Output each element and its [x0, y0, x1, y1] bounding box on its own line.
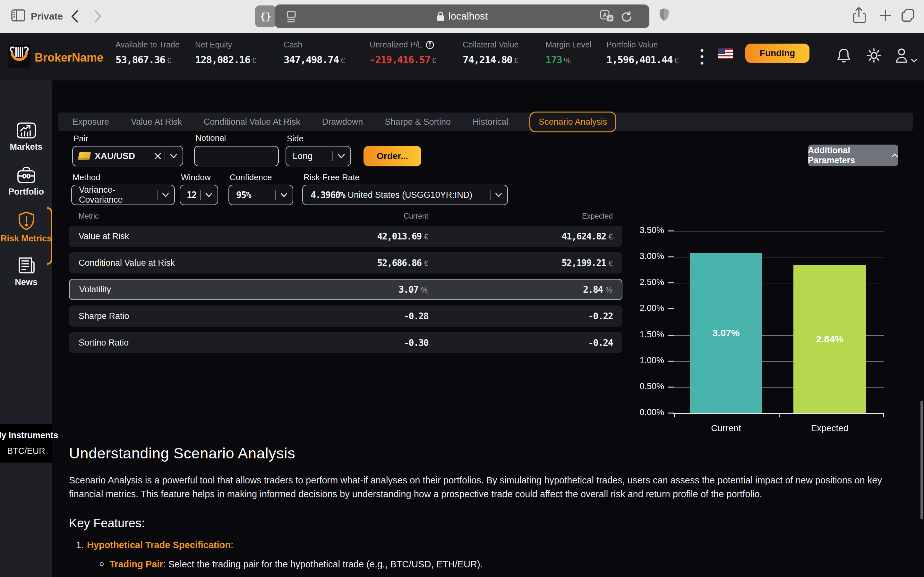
share-icon[interactable]: [852, 7, 866, 24]
main-content: Exposure Value At Risk Conditional Value…: [52, 81, 924, 577]
chart-ytick: [668, 282, 674, 284]
article-title: Understanding Scenario Analysis: [69, 444, 893, 462]
tab-exposure[interactable]: Exposure: [72, 115, 110, 129]
chart-ytick-label: 0.50%: [622, 382, 664, 392]
stat-cash: Cash 347,498.74€: [284, 40, 345, 65]
translate-icon[interactable]: A: [600, 10, 614, 23]
table-row-value-at-risk[interactable]: Value at Risk 42,013.69€ 41,624.82€: [69, 226, 622, 247]
clear-pair-icon[interactable]: [154, 153, 162, 160]
risk-free-rate-select[interactable]: 4.3960% United States (USGG10YR:IND): [302, 185, 508, 205]
trading-app: BrokerName Available to Trade 53,867.36€…: [0, 33, 924, 577]
reload-icon[interactable]: [620, 11, 633, 23]
metrics-table-header: Metric Current Expected: [69, 212, 622, 226]
portfolio-briefcase-icon: [17, 166, 36, 184]
confidence-select[interactable]: 95%: [228, 185, 293, 205]
window-label: Window: [181, 172, 210, 182]
language-flag-us[interactable]: [718, 48, 733, 59]
pair-label: Pair: [73, 134, 88, 143]
dev-extension-badge[interactable]: {}: [255, 5, 276, 27]
stat-net-equity: Net Equity 128,082.16€: [195, 40, 256, 65]
account-user-icon[interactable]: [895, 48, 918, 63]
shield-extension-icon[interactable]: [658, 8, 670, 22]
list-item: Trading Pair: Select the trading pair fo…: [69, 559, 893, 570]
notional-label: Notional: [195, 133, 226, 143]
stat-available-to-trade: Available to Trade 53,867.36€: [115, 40, 180, 65]
metrics-table: Metric Current Expected Value at Risk 42…: [69, 212, 622, 359]
chart-ytick: [668, 361, 674, 362]
bar-value-label: 2.84%: [816, 334, 843, 345]
bar-value-label: 3.07%: [712, 327, 740, 338]
lock-icon: [436, 11, 445, 22]
back-icon[interactable]: [71, 10, 79, 23]
reader-view-icon[interactable]: [285, 11, 298, 23]
method-label: Method: [73, 172, 100, 182]
chevron-down-icon: [170, 153, 178, 159]
divider: [333, 151, 333, 161]
tab-sharpe-sortino[interactable]: Sharpe & Sortino: [384, 115, 451, 129]
tab-drawdown[interactable]: Drawdown: [321, 115, 364, 129]
tab-overview-icon[interactable]: [900, 8, 916, 23]
chart-ytick: [668, 308, 674, 309]
chart-ytick: [668, 413, 674, 414]
divider: [275, 190, 276, 200]
divider: [490, 190, 491, 200]
instrument-btc-eur[interactable]: BTC/EUR: [7, 446, 45, 456]
chart-ytick-label: 0.00%: [622, 408, 664, 417]
additional-parameters-button[interactable]: Additional Parameters: [808, 145, 898, 166]
divider: [165, 151, 165, 161]
window-select[interactable]: 12: [180, 185, 218, 205]
sidebar-item-risk-metrics[interactable]: Risk Metrics: [0, 211, 52, 243]
table-row-conditional-var[interactable]: Conditional Value at Risk 52,686.86€ 52,…: [69, 252, 622, 274]
volatility-bar-chart: 3.07% 2.84% Current Expected 0.00%0.50%1…: [674, 231, 884, 413]
table-row-sharpe-ratio[interactable]: Sharpe Ratio -0.28 -0.22: [69, 306, 622, 327]
sidebar-toggle-icon[interactable]: [11, 9, 26, 22]
chart-ytick-label: 3.50%: [622, 226, 664, 235]
stat-portfolio-value: Portfolio Value 1,596,401.44€: [606, 40, 678, 65]
tab-historical[interactable]: Historical: [472, 115, 509, 129]
order-button[interactable]: Order...: [363, 146, 421, 166]
url-bar[interactable]: localhost A: [275, 5, 649, 28]
confidence-label: Confidence: [230, 172, 272, 182]
broker-logo-icon[interactable]: [8, 45, 31, 68]
stat-unrealized-pl: Unrealized P/L -219,416.57€: [370, 40, 436, 65]
info-icon[interactable]: [425, 40, 435, 49]
risk-tabs: Exposure Value At Risk Conditional Value…: [58, 113, 913, 131]
table-row-sortino-ratio[interactable]: Sortino Ratio -0.30 -0.24: [69, 332, 622, 353]
news-icon: [17, 256, 36, 274]
chart-ytick: [668, 256, 674, 258]
side-label: Side: [287, 134, 304, 143]
tab-conditional-var[interactable]: Conditional Value At Risk: [203, 115, 301, 129]
brand-name: BrokerName: [35, 51, 103, 64]
chevron-down-icon: [280, 193, 288, 197]
method-select[interactable]: Variance-Covariance: [71, 185, 175, 205]
chart-ytick: [668, 230, 674, 231]
article-intro: Scenario Analysis is a powerful tool tha…: [69, 474, 893, 501]
chart-xlabel-expected: Expected: [791, 423, 868, 434]
sidebar-item-markets[interactable]: Markets: [0, 122, 52, 152]
chart-bar-current: 3.07%: [690, 253, 762, 413]
circle-bullet: [100, 562, 103, 566]
notifications-bell-icon[interactable]: [837, 48, 851, 64]
funding-button[interactable]: Funding: [745, 44, 809, 63]
stat-margin-level: Margin Level 173%: [545, 40, 591, 65]
chevron-up-icon: [891, 153, 898, 158]
tab-scenario-analysis[interactable]: Scenario Analysis: [529, 111, 616, 132]
more-menu-icon[interactable]: [700, 48, 704, 65]
scenario-analysis-article: Understanding Scenario Analysis Scenario…: [69, 444, 893, 577]
chevron-down-icon: [205, 193, 212, 197]
notional-input[interactable]: [195, 147, 279, 166]
my-instruments-panel: My Instruments BTC/EUR: [0, 424, 52, 463]
sidebar-item-portfolio[interactable]: Portfolio: [0, 166, 52, 197]
table-row-volatility-selected[interactable]: Volatility 3.07% 2.84%: [69, 279, 622, 300]
settings-gear-icon[interactable]: [866, 48, 882, 63]
tab-value-at-risk[interactable]: Value At Risk: [130, 115, 183, 129]
sidebar-item-news[interactable]: News: [0, 256, 52, 287]
url-text: localhost: [449, 11, 488, 22]
new-tab-icon[interactable]: [879, 9, 892, 22]
forward-icon[interactable]: [94, 10, 102, 23]
side-select[interactable]: Long: [286, 146, 351, 166]
chart-ytick: [668, 335, 674, 335]
pair-select[interactable]: XAU/USD: [72, 146, 183, 166]
divider: [200, 190, 201, 200]
scrollbar-thumb[interactable]: [921, 401, 923, 519]
